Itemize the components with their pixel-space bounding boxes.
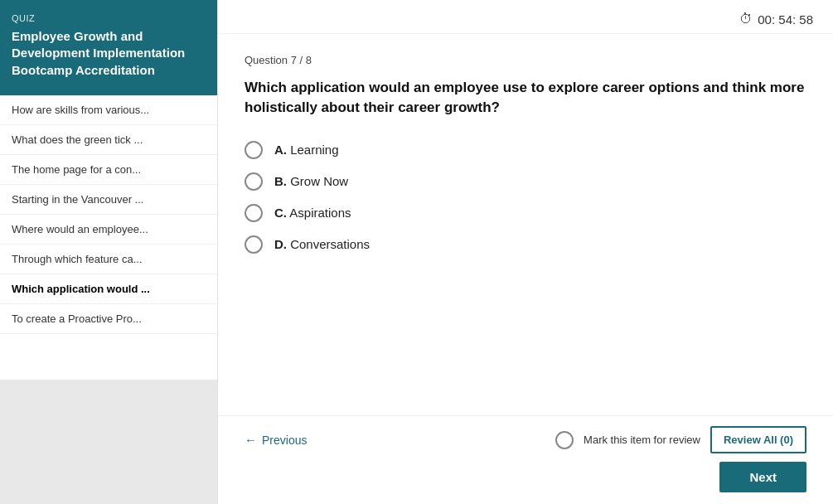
option-radio-c[interactable] [245, 204, 263, 222]
sidebar-item-item-3[interactable]: The home page for a con... [0, 155, 217, 185]
footer-row-actions: ← Previous Mark this item for review Rev… [245, 426, 806, 453]
sidebar-item-item-8[interactable]: To create a Proactive Pro... [0, 304, 217, 334]
option-label-a: A. Learning [274, 143, 339, 157]
option-radio-d[interactable] [245, 235, 263, 254]
main-header: ⏱ 00: 54: 58 [218, 0, 833, 34]
option-letter: D. [274, 237, 287, 251]
quiz-title: Employee Growth and Development Implemen… [12, 28, 206, 79]
main-content: ⏱ 00: 54: 58 Question 7 / 8 Which applic… [218, 0, 833, 504]
review-all-button[interactable]: Review All (0) [710, 426, 806, 453]
option-item-c[interactable]: C. Aspirations [245, 204, 806, 222]
option-item-d[interactable]: D. Conversations [245, 235, 806, 254]
main-body: Question 7 / 8 Which application would a… [218, 34, 833, 415]
option-label-b: B. Grow Now [274, 174, 348, 188]
prev-arrow-icon: ← [245, 433, 257, 447]
option-label-c: C. Aspirations [274, 206, 351, 220]
sidebar: QUIZ Employee Growth and Development Imp… [0, 0, 218, 504]
sidebar-item-item-5[interactable]: Where would an employee... [0, 215, 217, 245]
sidebar-item-item-4[interactable]: Starting in the Vancouver ... [0, 185, 217, 215]
question-number: Question 7 / 8 [245, 54, 806, 66]
main-footer: ← Previous Mark this item for review Rev… [218, 415, 833, 504]
next-button[interactable]: Next [719, 462, 806, 492]
option-radio-b[interactable] [245, 172, 263, 191]
option-item-a[interactable]: A. Learning [245, 141, 806, 159]
sidebar-footer-space [0, 380, 217, 504]
footer-row-next: Next [245, 462, 806, 492]
sidebar-item-item-2[interactable]: What does the green tick ... [0, 125, 217, 155]
option-radio-a[interactable] [245, 141, 263, 159]
option-letter: B. [274, 174, 287, 188]
sidebar-header: QUIZ Employee Growth and Development Imp… [0, 0, 217, 95]
review-section: Mark this item for review Review All (0) [555, 426, 806, 453]
sidebar-item-item-6[interactable]: Through which feature ca... [0, 245, 217, 274]
quiz-label: QUIZ [12, 13, 206, 23]
option-item-b[interactable]: B. Grow Now [245, 172, 806, 191]
options-list: A. LearningB. Grow NowC. AspirationsD. C… [245, 141, 806, 254]
option-label-d: D. Conversations [274, 237, 370, 251]
timer-icon: ⏱ [739, 12, 753, 27]
question-text: Which application would an employee use … [245, 78, 806, 118]
option-letter: C. [274, 206, 287, 220]
sidebar-item-item-1[interactable]: How are skills from various... [0, 95, 217, 125]
sidebar-item-item-7[interactable]: Which application would ... [0, 274, 217, 304]
review-checkbox[interactable] [555, 431, 574, 449]
timer: ⏱ 00: 54: 58 [739, 12, 813, 27]
sidebar-items-list: How are skills from various...What does … [0, 95, 217, 380]
review-label: Mark this item for review [584, 434, 700, 446]
option-letter: A. [274, 143, 287, 157]
previous-label: Previous [262, 434, 307, 447]
previous-button[interactable]: ← Previous [245, 433, 307, 447]
timer-value: 00: 54: 58 [758, 12, 813, 27]
